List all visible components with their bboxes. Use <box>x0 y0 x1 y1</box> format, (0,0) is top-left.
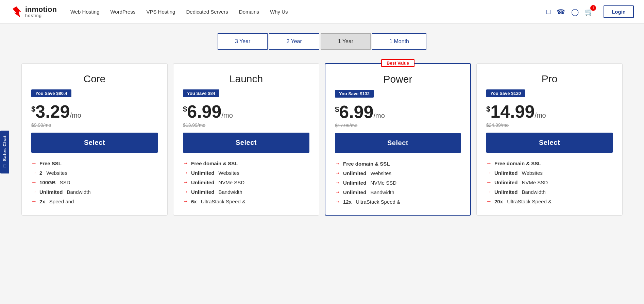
features-list-pro: →Free domain & SSL →Unlimited Websites →… <box>486 160 613 204</box>
cart-badge: 1 <box>590 5 596 11</box>
savings-badge-launch: You Save $84 <box>183 89 219 97</box>
tab-1-month[interactable]: 1 Month <box>372 33 426 50</box>
feature-ssd: →100GB SSD <box>31 179 158 185</box>
arrow-icon: → <box>31 160 37 166</box>
feature-websites: →Unlimited Websites <box>335 170 461 176</box>
nav-domains[interactable]: Domains <box>239 9 259 15</box>
arrow-icon: → <box>31 179 37 185</box>
plan-name-pro: Pro <box>486 73 613 85</box>
select-button-pro[interactable]: Select <box>486 133 613 153</box>
logo[interactable]: inmotion hosting <box>10 6 57 18</box>
support-icon[interactable]: ◯ <box>571 8 579 16</box>
arrow-icon: → <box>31 189 37 195</box>
plan-card-power: Best Value Power You Save $132 $6.99/mo … <box>325 63 471 216</box>
sales-chat-button[interactable]: □ Sales Chat <box>0 131 9 173</box>
price-main-power: $6.99/mo <box>335 102 385 122</box>
feature-speed: →20x UltraStack Speed & <box>486 198 613 204</box>
arrow-icon: → <box>335 199 340 205</box>
nav-why-us[interactable]: Why Us <box>270 9 288 15</box>
arrow-icon: → <box>183 170 188 176</box>
price-original-launch: $13.99/mo <box>183 122 309 128</box>
plan-card-pro: Pro You Save $120 $14.99/mo $24.99/mo Se… <box>476 63 623 216</box>
arrow-icon: → <box>183 160 188 166</box>
arrow-icon: → <box>486 179 492 185</box>
price-block-launch: $6.99/mo <box>183 103 309 120</box>
arrow-icon: → <box>335 170 340 176</box>
select-button-power[interactable]: Select <box>335 133 461 153</box>
arrow-icon: → <box>183 179 188 185</box>
svg-marker-0 <box>13 6 21 17</box>
price-original-pro: $24.99/mo <box>486 122 613 128</box>
navbar: inmotion hosting Web Hosting WordPress V… <box>0 0 644 24</box>
nav-vps-hosting[interactable]: VPS Hosting <box>146 9 175 15</box>
arrow-icon: → <box>486 160 492 166</box>
feature-bandwidth: →Unlimited Bandwidth <box>486 189 613 195</box>
price-block-core: $3.29/mo <box>31 103 158 120</box>
arrow-icon: → <box>31 170 37 176</box>
price-block-power: $6.99/mo <box>335 103 461 121</box>
feature-speed: →12x UltraStack Speed & <box>335 199 461 205</box>
feature-ssl: →Free SSL <box>31 160 158 166</box>
feature-nvme: →Unlimited NVMe SSD <box>183 179 309 185</box>
plan-card-core: Core You Save $80.4 $3.29/mo $9.99/mo Se… <box>21 63 168 216</box>
feature-websites: →Unlimited Websites <box>183 170 309 176</box>
chat-icon[interactable]: □ <box>546 8 550 16</box>
nav-links: Web Hosting WordPress VPS Hosting Dedica… <box>70 9 546 15</box>
price-main-core: $3.29/mo <box>31 102 81 121</box>
brand-sub: hosting <box>25 13 57 18</box>
arrow-icon: → <box>183 189 188 195</box>
period-tabs-container: 3 Year 2 Year 1 Year 1 Month <box>0 24 644 56</box>
login-button[interactable]: Login <box>604 5 634 18</box>
features-list-core: →Free SSL →2 Websites →100GB SSD →Unlimi… <box>31 160 158 204</box>
best-value-badge: Best Value <box>381 59 414 67</box>
features-list-launch: →Free domain & SSL →Unlimited Websites →… <box>183 160 309 204</box>
brand-name: inmotion <box>25 6 57 13</box>
feature-domain-ssl: →Free domain & SSL <box>183 160 309 166</box>
arrow-icon: → <box>486 198 492 204</box>
select-button-launch[interactable]: Select <box>183 133 309 153</box>
tab-2-year[interactable]: 2 Year <box>269 33 319 50</box>
arrow-icon: → <box>335 180 340 186</box>
arrow-icon: → <box>31 198 37 204</box>
arrow-icon: → <box>335 189 340 195</box>
plan-name-launch: Launch <box>183 73 309 85</box>
savings-badge-power: You Save $132 <box>335 90 374 98</box>
price-original-power: $17.99/mo <box>335 123 461 128</box>
savings-badge-core: You Save $80.4 <box>31 89 71 97</box>
savings-badge-pro: You Save $120 <box>486 89 525 97</box>
feature-bandwidth: →Unlimited Bandwidth <box>335 189 461 195</box>
nav-dedicated-servers[interactable]: Dedicated Servers <box>186 9 228 15</box>
cart-icon[interactable]: 🛒 1 <box>585 8 593 16</box>
arrow-icon: → <box>486 189 492 195</box>
feature-bandwidth: →Unlimited Bandwidth <box>31 189 158 195</box>
sales-chat-label: Sales Chat <box>2 135 7 161</box>
feature-websites: →Unlimited Websites <box>486 170 613 176</box>
features-list-power: →Free domain & SSL →Unlimited Websites →… <box>335 161 461 205</box>
logo-flame-icon <box>10 6 22 18</box>
arrow-icon: → <box>183 198 188 204</box>
chat-icon-sidebar: □ <box>2 163 7 169</box>
feature-domain-ssl: →Free domain & SSL <box>335 161 461 167</box>
nav-icon-area: □ ☎ ◯ 🛒 1 Login <box>546 5 634 18</box>
plan-name-power: Power <box>335 73 461 85</box>
feature-domain-ssl: →Free domain & SSL <box>486 160 613 166</box>
feature-nvme: →Unlimited NVMe SSD <box>335 180 461 186</box>
feature-nvme: →Unlimited NVMe SSD <box>486 179 613 185</box>
plan-name-core: Core <box>31 73 158 85</box>
nav-web-hosting[interactable]: Web Hosting <box>70 9 100 15</box>
feature-websites: →2 Websites <box>31 170 158 176</box>
price-block-pro: $14.99/mo <box>486 103 613 120</box>
nav-wordpress[interactable]: WordPress <box>110 9 135 15</box>
price-main-launch: $6.99/mo <box>183 102 233 121</box>
feature-bandwidth: →Unlimited Bandwidth <box>183 189 309 195</box>
price-original-core: $9.99/mo <box>31 122 158 128</box>
arrow-icon: → <box>486 170 492 176</box>
phone-icon[interactable]: ☎ <box>557 8 565 16</box>
feature-speed: →2x Speed and <box>31 198 158 204</box>
plan-card-launch: Launch You Save $84 $6.99/mo $13.99/mo S… <box>173 63 319 216</box>
tab-3-year[interactable]: 3 Year <box>218 33 268 50</box>
select-button-core[interactable]: Select <box>31 133 158 153</box>
price-main-pro: $14.99/mo <box>486 102 546 121</box>
feature-speed: →6x UltraStack Speed & <box>183 198 309 204</box>
tab-1-year[interactable]: 1 Year <box>321 33 371 50</box>
